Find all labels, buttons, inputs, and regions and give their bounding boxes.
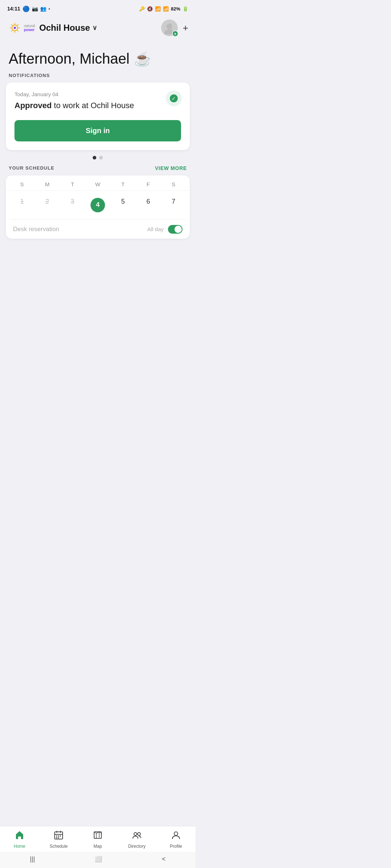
sign-in-button[interactable]: Sign in bbox=[14, 120, 181, 141]
user-avatar[interactable]: + bbox=[161, 20, 178, 36]
view-more-button[interactable]: VIEW MORE bbox=[155, 165, 187, 171]
notification-approved: Approved bbox=[14, 101, 52, 110]
svg-line-5 bbox=[12, 25, 12, 25]
calendar-date-2[interactable]: 2 bbox=[35, 195, 60, 215]
calendar-date-6[interactable]: 6 bbox=[136, 195, 161, 215]
location-dropdown-icon: ∨ bbox=[92, 24, 97, 32]
desk-reservation-row: Desk reservation All day bbox=[9, 220, 186, 239]
greeting-emoji: ☕ bbox=[134, 51, 151, 67]
calendar-card: S M T W T F S 1 2 3 4 5 6 7 Desk reserva… bbox=[6, 175, 190, 239]
location-selector[interactable]: Ochil House ∨ bbox=[39, 23, 97, 33]
day-label-fri: F bbox=[136, 181, 161, 187]
svg-line-7 bbox=[17, 25, 18, 25]
desk-reservation-label: Desk reservation bbox=[13, 226, 59, 233]
desk-reservation-right: All day bbox=[147, 225, 182, 234]
calendar-dates: 1 2 3 4 5 6 7 bbox=[6, 191, 190, 220]
notifications-label: NOTIFICATIONS bbox=[0, 73, 196, 82]
day-label-tue: T bbox=[60, 181, 85, 187]
svg-point-10 bbox=[167, 24, 172, 29]
header-left: natural power Ochil House ∨ bbox=[7, 20, 97, 35]
dot-2 bbox=[99, 156, 103, 159]
header-right: + + bbox=[161, 20, 188, 36]
add-button[interactable]: + bbox=[183, 22, 188, 34]
app-header: natural power Ochil House ∨ + + bbox=[0, 16, 196, 42]
carousel-dots bbox=[0, 150, 196, 165]
day-label-thu: T bbox=[110, 181, 136, 187]
calendar-date-7[interactable]: 7 bbox=[161, 195, 186, 215]
schedule-label: YOUR SCHEDULE bbox=[9, 165, 54, 171]
logo-icon bbox=[7, 20, 22, 35]
day-label-sun: S bbox=[9, 181, 35, 187]
today-indicator: 4 bbox=[91, 198, 105, 212]
svg-line-8 bbox=[12, 30, 12, 31]
svg-point-9 bbox=[14, 27, 16, 29]
all-day-label: All day bbox=[147, 226, 164, 232]
status-icons: 🔑 🔇 📶 📶 82% 🔋 bbox=[139, 6, 188, 12]
calendar-day-labels: S M T W T F S bbox=[6, 175, 190, 191]
approval-icon: ✓ bbox=[166, 90, 182, 106]
location-name: Ochil House bbox=[39, 23, 90, 33]
app-logo: natural power bbox=[7, 20, 35, 35]
notification-message: Approved to work at Ochil House bbox=[14, 100, 181, 111]
notification-date: Today, January 04 bbox=[14, 91, 181, 97]
calendar-date-1[interactable]: 1 bbox=[9, 195, 35, 215]
greeting-section: Afternoon, Michael ☕ bbox=[0, 42, 196, 73]
allday-toggle[interactable] bbox=[168, 225, 182, 234]
calendar-date-5[interactable]: 5 bbox=[110, 195, 136, 215]
svg-line-6 bbox=[17, 30, 18, 31]
notification-card: ✓ Today, January 04 Approved to work at … bbox=[6, 82, 190, 150]
day-label-sat: S bbox=[161, 181, 186, 187]
day-label-wed: W bbox=[85, 181, 110, 187]
greeting-text: Afternoon, Michael ☕ bbox=[9, 51, 187, 67]
calendar-date-4[interactable]: 4 bbox=[85, 195, 110, 215]
calendar-date-3[interactable]: 3 bbox=[60, 195, 85, 215]
avatar-add-icon: + bbox=[172, 30, 178, 37]
status-time: 14:11 🔵 📷 👥 ● bbox=[7, 5, 50, 12]
toggle-knob bbox=[175, 226, 182, 233]
checkmark-icon: ✓ bbox=[170, 94, 178, 102]
status-bar: 14:11 🔵 📷 👥 ● 🔑 🔇 📶 📶 82% 🔋 bbox=[0, 0, 196, 16]
day-label-mon: M bbox=[35, 181, 60, 187]
notification-location: to work at Ochil House bbox=[52, 101, 134, 110]
dot-1 bbox=[93, 156, 96, 159]
schedule-header: YOUR SCHEDULE VIEW MORE bbox=[0, 165, 196, 175]
